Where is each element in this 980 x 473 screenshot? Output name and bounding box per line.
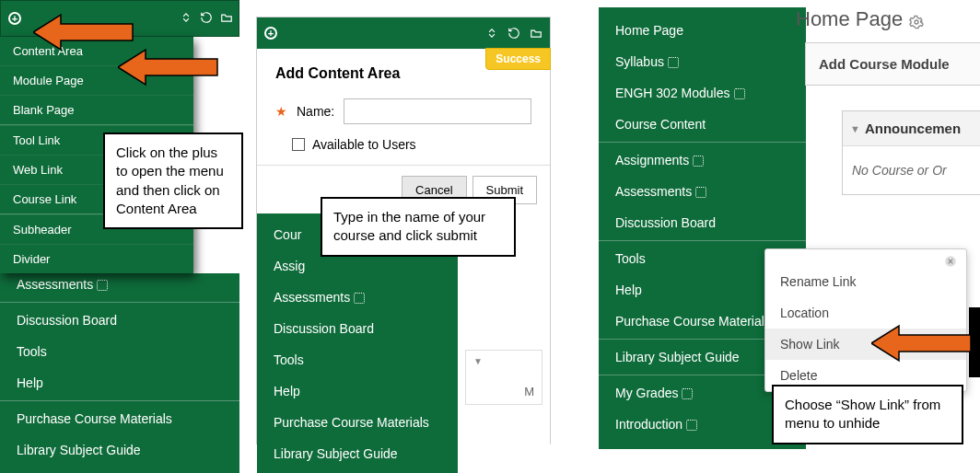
svg-point-2 bbox=[915, 20, 918, 24]
folder-icon[interactable] bbox=[220, 11, 233, 24]
hidden-icon bbox=[97, 280, 108, 291]
callout-arrow bbox=[33, 13, 134, 52]
sidebar-item[interactable]: Discussion Board bbox=[599, 207, 806, 238]
hidden-icon bbox=[682, 388, 693, 399]
instruction-callout: Click on the plus to open the menu and t… bbox=[103, 133, 243, 229]
sidebar-item[interactable]: Discussion Board bbox=[0, 305, 239, 336]
sidebar-item[interactable]: Help bbox=[0, 367, 239, 398]
name-input[interactable] bbox=[344, 98, 531, 124]
sidebar-item[interactable]: Library Subject Guide bbox=[257, 438, 458, 469]
page-title: Home Page bbox=[796, 7, 903, 30]
truncated-text: M bbox=[473, 366, 534, 398]
sidebar-item[interactable]: Assessments bbox=[599, 176, 806, 207]
instruction-callout: Choose “Show Link” from menu to unhide bbox=[772, 385, 963, 444]
sidebar-item-label: Home Page bbox=[615, 23, 683, 38]
gear-icon[interactable] bbox=[909, 15, 924, 29]
name-label: Name: bbox=[297, 104, 334, 119]
sidebar-item-label: Course Content bbox=[615, 117, 706, 132]
sidebar-item-label: Tools bbox=[615, 251, 646, 266]
separator bbox=[599, 240, 806, 241]
hidden-icon bbox=[693, 156, 704, 167]
up-down-icon[interactable] bbox=[180, 11, 192, 24]
sidebar-item[interactable]: Library Subject Guide bbox=[599, 440, 806, 471]
sidebar-item[interactable]: Syllabus bbox=[599, 46, 806, 77]
hidden-icon bbox=[354, 293, 365, 304]
sidebar-item-label: Introduction bbox=[615, 417, 682, 432]
svg-marker-0 bbox=[33, 15, 133, 50]
available-label: Available to Users bbox=[312, 137, 416, 152]
sidebar-item[interactable]: Tools bbox=[257, 344, 458, 375]
add-icon[interactable]: + bbox=[264, 27, 277, 40]
sidebar-item[interactable]: Assessments bbox=[0, 273, 239, 300]
sidebar-item-label: Library Subject Guide bbox=[615, 448, 740, 463]
sidebar-item[interactable]: Purchase Course Materials bbox=[257, 407, 458, 438]
folder-icon[interactable] bbox=[530, 27, 542, 40]
separator bbox=[599, 142, 806, 143]
up-down-icon[interactable] bbox=[485, 27, 498, 40]
link-context-menu: Rename Link Location Show Link Delete bbox=[764, 248, 967, 392]
page-header: Home Page bbox=[796, 0, 980, 37]
hidden-icon bbox=[743, 451, 754, 462]
sidebar-item-label: Assignments bbox=[615, 153, 689, 167]
hidden-icon bbox=[686, 420, 697, 431]
sidebar-item-label: Assessments bbox=[615, 184, 692, 199]
callout-arrow bbox=[118, 48, 219, 87]
sidebar-item-label: Discussion Board bbox=[615, 215, 716, 230]
refresh-icon[interactable] bbox=[200, 11, 213, 24]
sidebar-item-label: Syllabus bbox=[615, 54, 664, 69]
available-checkbox[interactable] bbox=[292, 138, 305, 151]
svg-marker-1 bbox=[118, 50, 217, 85]
announcements-panel: ▼Announcemen No Course or Or bbox=[842, 110, 980, 195]
hidden-icon bbox=[668, 57, 679, 68]
sidebar-below-dropdown: Assessments Discussion Board Tools Help … bbox=[0, 273, 239, 473]
sidebar-item-label: ENGH 302 Modules bbox=[615, 86, 730, 100]
menu-item-divider[interactable]: Divider bbox=[0, 244, 193, 273]
refresh-icon[interactable] bbox=[508, 27, 520, 40]
sidebar-item[interactable]: Course Content bbox=[599, 109, 806, 140]
sidebar-item-label: Assessments bbox=[274, 290, 350, 305]
hidden-icon bbox=[734, 88, 745, 99]
svg-marker-4 bbox=[871, 326, 971, 361]
menu-item-blank-page[interactable]: Blank Page bbox=[0, 95, 193, 124]
callout-arrow bbox=[871, 324, 973, 363]
ctx-rename-link[interactable]: Rename Link bbox=[765, 266, 966, 297]
success-banner: Success bbox=[485, 48, 551, 70]
sidebar-item[interactable]: Tools bbox=[0, 336, 239, 367]
collapsed-panel[interactable]: ▼ M bbox=[465, 350, 542, 405]
sidebar-item[interactable]: Assessments bbox=[257, 282, 458, 313]
add-course-module-button[interactable]: Add Course Module bbox=[805, 42, 980, 86]
sidebar-item[interactable]: ENGH 302 Modules bbox=[599, 77, 806, 109]
sidebar-item[interactable]: Purchase Course Materials bbox=[0, 403, 239, 434]
sidebar-item[interactable]: Assignments bbox=[599, 144, 806, 176]
sidebar-item[interactable]: Discussion Board bbox=[257, 313, 458, 344]
sidebar-item[interactable]: Home Page bbox=[599, 15, 806, 46]
instruction-callout: Type in the name of your course and clic… bbox=[321, 197, 516, 257]
sidebar-item[interactable]: Help bbox=[257, 375, 458, 407]
close-icon[interactable] bbox=[944, 255, 959, 270]
sidebar-item-label: Library Subject Guide bbox=[615, 350, 740, 364]
chevron-down-icon: ▼ bbox=[473, 356, 483, 366]
sidebar-item-label: Assessments bbox=[17, 277, 93, 292]
sidebar-item-label: My Grades bbox=[615, 386, 678, 400]
chevron-down-icon[interactable]: ▼ bbox=[850, 123, 860, 134]
panel-title: Announcemen bbox=[865, 121, 961, 136]
sidebar-item-label: Help bbox=[615, 283, 642, 297]
sidebar-item-label: Purchase Course Materials bbox=[615, 314, 771, 329]
hidden-icon bbox=[695, 187, 706, 198]
add-icon[interactable]: + bbox=[8, 12, 21, 25]
panel-body-text: No Course or Or bbox=[843, 146, 980, 194]
sidebar-item[interactable]: Library Subject Guide bbox=[0, 434, 239, 466]
required-star-icon: ★ bbox=[275, 104, 287, 119]
toolbar: + bbox=[257, 17, 550, 49]
